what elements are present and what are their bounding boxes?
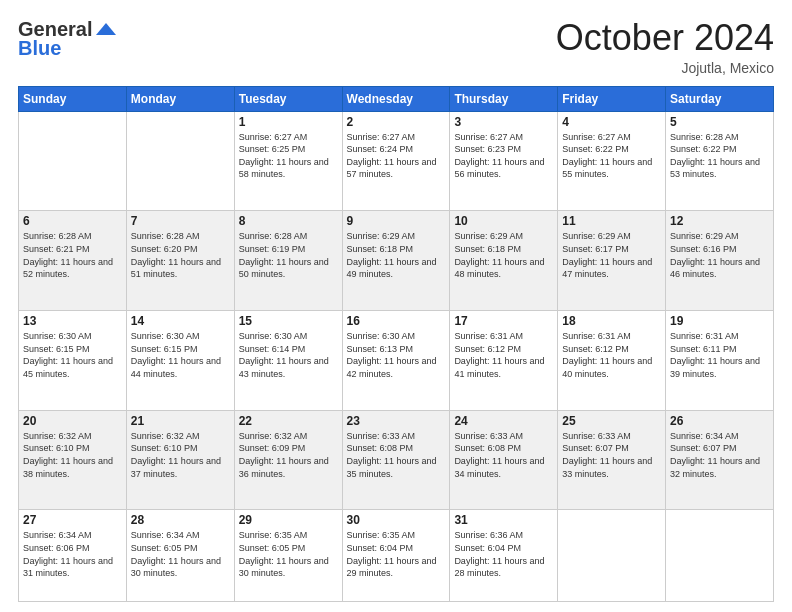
table-row: 3Sunrise: 6:27 AMSunset: 6:23 PMDaylight… xyxy=(450,111,558,211)
day-info: Sunrise: 6:34 AMSunset: 6:05 PMDaylight:… xyxy=(131,529,230,579)
col-friday: Friday xyxy=(558,86,666,111)
day-number: 26 xyxy=(670,414,769,428)
day-number: 21 xyxy=(131,414,230,428)
day-number: 2 xyxy=(347,115,446,129)
day-number: 10 xyxy=(454,214,553,228)
table-row: 29Sunrise: 6:35 AMSunset: 6:05 PMDayligh… xyxy=(234,510,342,602)
month-title: October 2024 xyxy=(556,18,774,58)
logo-icon xyxy=(94,21,118,39)
day-number: 4 xyxy=(562,115,661,129)
day-number: 24 xyxy=(454,414,553,428)
day-info: Sunrise: 6:28 AMSunset: 6:19 PMDaylight:… xyxy=(239,230,338,280)
day-info: Sunrise: 6:30 AMSunset: 6:14 PMDaylight:… xyxy=(239,330,338,380)
day-info: Sunrise: 6:29 AMSunset: 6:16 PMDaylight:… xyxy=(670,230,769,280)
day-number: 9 xyxy=(347,214,446,228)
table-row: 9Sunrise: 6:29 AMSunset: 6:18 PMDaylight… xyxy=(342,211,450,311)
day-info: Sunrise: 6:29 AMSunset: 6:18 PMDaylight:… xyxy=(347,230,446,280)
day-number: 22 xyxy=(239,414,338,428)
table-row xyxy=(19,111,127,211)
table-row: 19Sunrise: 6:31 AMSunset: 6:11 PMDayligh… xyxy=(666,311,774,411)
table-row: 31Sunrise: 6:36 AMSunset: 6:04 PMDayligh… xyxy=(450,510,558,602)
logo-blue: Blue xyxy=(18,37,61,60)
day-number: 1 xyxy=(239,115,338,129)
table-row xyxy=(126,111,234,211)
day-info: Sunrise: 6:33 AMSunset: 6:07 PMDaylight:… xyxy=(562,430,661,480)
table-row: 6Sunrise: 6:28 AMSunset: 6:21 PMDaylight… xyxy=(19,211,127,311)
day-info: Sunrise: 6:32 AMSunset: 6:09 PMDaylight:… xyxy=(239,430,338,480)
day-number: 14 xyxy=(131,314,230,328)
day-info: Sunrise: 6:33 AMSunset: 6:08 PMDaylight:… xyxy=(347,430,446,480)
table-row: 8Sunrise: 6:28 AMSunset: 6:19 PMDaylight… xyxy=(234,211,342,311)
day-info: Sunrise: 6:28 AMSunset: 6:22 PMDaylight:… xyxy=(670,131,769,181)
table-row: 14Sunrise: 6:30 AMSunset: 6:15 PMDayligh… xyxy=(126,311,234,411)
day-info: Sunrise: 6:27 AMSunset: 6:25 PMDaylight:… xyxy=(239,131,338,181)
calendar-table: Sunday Monday Tuesday Wednesday Thursday… xyxy=(18,86,774,602)
table-row: 2Sunrise: 6:27 AMSunset: 6:24 PMDaylight… xyxy=(342,111,450,211)
table-row: 30Sunrise: 6:35 AMSunset: 6:04 PMDayligh… xyxy=(342,510,450,602)
day-info: Sunrise: 6:28 AMSunset: 6:20 PMDaylight:… xyxy=(131,230,230,280)
col-thursday: Thursday xyxy=(450,86,558,111)
day-number: 3 xyxy=(454,115,553,129)
col-sunday: Sunday xyxy=(19,86,127,111)
table-row: 5Sunrise: 6:28 AMSunset: 6:22 PMDaylight… xyxy=(666,111,774,211)
calendar-week-row: 20Sunrise: 6:32 AMSunset: 6:10 PMDayligh… xyxy=(19,410,774,510)
day-number: 7 xyxy=(131,214,230,228)
col-saturday: Saturday xyxy=(666,86,774,111)
table-row xyxy=(666,510,774,602)
table-row: 22Sunrise: 6:32 AMSunset: 6:09 PMDayligh… xyxy=(234,410,342,510)
table-row: 21Sunrise: 6:32 AMSunset: 6:10 PMDayligh… xyxy=(126,410,234,510)
calendar-header-row: Sunday Monday Tuesday Wednesday Thursday… xyxy=(19,86,774,111)
day-number: 31 xyxy=(454,513,553,527)
day-info: Sunrise: 6:31 AMSunset: 6:12 PMDaylight:… xyxy=(562,330,661,380)
day-number: 16 xyxy=(347,314,446,328)
day-number: 18 xyxy=(562,314,661,328)
day-number: 25 xyxy=(562,414,661,428)
col-monday: Monday xyxy=(126,86,234,111)
day-info: Sunrise: 6:34 AMSunset: 6:06 PMDaylight:… xyxy=(23,529,122,579)
table-row: 11Sunrise: 6:29 AMSunset: 6:17 PMDayligh… xyxy=(558,211,666,311)
day-number: 29 xyxy=(239,513,338,527)
calendar-week-row: 6Sunrise: 6:28 AMSunset: 6:21 PMDaylight… xyxy=(19,211,774,311)
day-info: Sunrise: 6:30 AMSunset: 6:15 PMDaylight:… xyxy=(131,330,230,380)
day-info: Sunrise: 6:32 AMSunset: 6:10 PMDaylight:… xyxy=(131,430,230,480)
day-info: Sunrise: 6:27 AMSunset: 6:22 PMDaylight:… xyxy=(562,131,661,181)
page: General Blue October 2024 Jojutla, Mexic… xyxy=(0,0,792,612)
day-number: 28 xyxy=(131,513,230,527)
day-info: Sunrise: 6:36 AMSunset: 6:04 PMDaylight:… xyxy=(454,529,553,579)
day-number: 17 xyxy=(454,314,553,328)
table-row: 18Sunrise: 6:31 AMSunset: 6:12 PMDayligh… xyxy=(558,311,666,411)
table-row: 24Sunrise: 6:33 AMSunset: 6:08 PMDayligh… xyxy=(450,410,558,510)
table-row: 25Sunrise: 6:33 AMSunset: 6:07 PMDayligh… xyxy=(558,410,666,510)
table-row: 15Sunrise: 6:30 AMSunset: 6:14 PMDayligh… xyxy=(234,311,342,411)
day-info: Sunrise: 6:28 AMSunset: 6:21 PMDaylight:… xyxy=(23,230,122,280)
day-info: Sunrise: 6:31 AMSunset: 6:11 PMDaylight:… xyxy=(670,330,769,380)
table-row: 26Sunrise: 6:34 AMSunset: 6:07 PMDayligh… xyxy=(666,410,774,510)
day-info: Sunrise: 6:30 AMSunset: 6:15 PMDaylight:… xyxy=(23,330,122,380)
table-row: 10Sunrise: 6:29 AMSunset: 6:18 PMDayligh… xyxy=(450,211,558,311)
location: Jojutla, Mexico xyxy=(556,60,774,76)
table-row: 16Sunrise: 6:30 AMSunset: 6:13 PMDayligh… xyxy=(342,311,450,411)
day-number: 6 xyxy=(23,214,122,228)
title-block: October 2024 Jojutla, Mexico xyxy=(556,18,774,76)
day-number: 27 xyxy=(23,513,122,527)
day-number: 19 xyxy=(670,314,769,328)
day-info: Sunrise: 6:30 AMSunset: 6:13 PMDaylight:… xyxy=(347,330,446,380)
day-number: 15 xyxy=(239,314,338,328)
table-row: 13Sunrise: 6:30 AMSunset: 6:15 PMDayligh… xyxy=(19,311,127,411)
day-info: Sunrise: 6:29 AMSunset: 6:17 PMDaylight:… xyxy=(562,230,661,280)
table-row: 12Sunrise: 6:29 AMSunset: 6:16 PMDayligh… xyxy=(666,211,774,311)
day-info: Sunrise: 6:34 AMSunset: 6:07 PMDaylight:… xyxy=(670,430,769,480)
day-info: Sunrise: 6:35 AMSunset: 6:05 PMDaylight:… xyxy=(239,529,338,579)
day-info: Sunrise: 6:35 AMSunset: 6:04 PMDaylight:… xyxy=(347,529,446,579)
calendar-week-row: 27Sunrise: 6:34 AMSunset: 6:06 PMDayligh… xyxy=(19,510,774,602)
day-number: 13 xyxy=(23,314,122,328)
col-wednesday: Wednesday xyxy=(342,86,450,111)
table-row: 27Sunrise: 6:34 AMSunset: 6:06 PMDayligh… xyxy=(19,510,127,602)
day-info: Sunrise: 6:27 AMSunset: 6:24 PMDaylight:… xyxy=(347,131,446,181)
logo: General Blue xyxy=(18,18,118,60)
day-number: 20 xyxy=(23,414,122,428)
day-number: 8 xyxy=(239,214,338,228)
table-row xyxy=(558,510,666,602)
table-row: 7Sunrise: 6:28 AMSunset: 6:20 PMDaylight… xyxy=(126,211,234,311)
day-number: 12 xyxy=(670,214,769,228)
